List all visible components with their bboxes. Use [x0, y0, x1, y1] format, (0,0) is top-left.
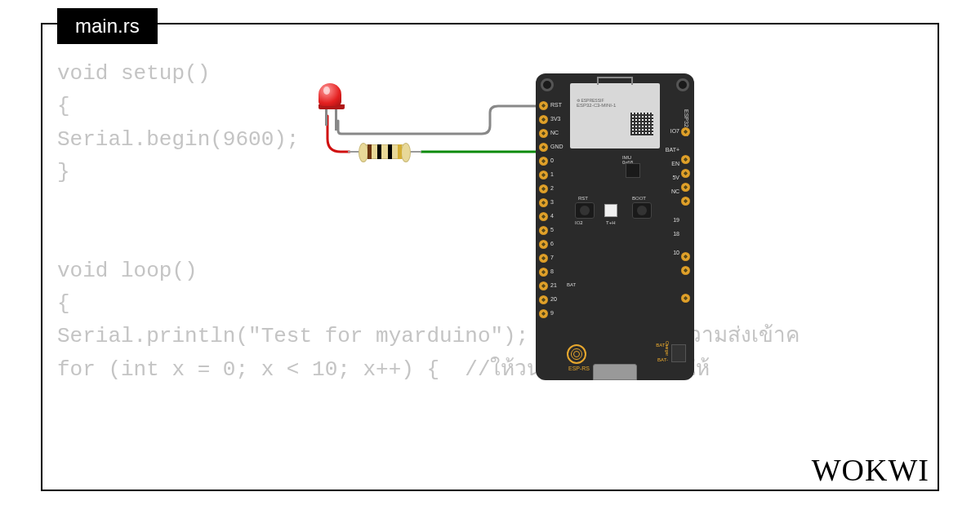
- pin-3v3[interactable]: [539, 115, 548, 124]
- resistor-band-4: [398, 144, 402, 159]
- pin-rst[interactable]: [539, 101, 548, 110]
- pins-left-column: [539, 101, 549, 318]
- filename-text: main.rs: [75, 15, 140, 37]
- pin-6[interactable]: [539, 240, 548, 249]
- pin-21[interactable]: [539, 281, 548, 290]
- mounting-hole-icon: [541, 78, 554, 91]
- bat-label: BAT: [567, 282, 576, 287]
- pin-9[interactable]: [539, 309, 548, 318]
- battery-connector-icon: [671, 344, 686, 362]
- pin-5v[interactable]: [681, 183, 690, 192]
- pin-20[interactable]: [539, 295, 548, 304]
- pin-nc-r[interactable]: [681, 197, 690, 206]
- pin-10[interactable]: [681, 294, 690, 303]
- reset-button[interactable]: [575, 202, 595, 219]
- rgb-led-icon: [604, 204, 617, 217]
- pin-labels-right: IO7 BAT+ EN 5V NC 19 18 10: [666, 126, 679, 257]
- led-bulb-icon: [318, 83, 341, 106]
- pin-18[interactable]: [681, 266, 690, 275]
- resistor-component[interactable]: [348, 144, 421, 160]
- pin-4[interactable]: [539, 212, 548, 221]
- pin-2[interactable]: [539, 184, 548, 193]
- esp32-board[interactable]: ⚙ ESPRESSIF ESP32-C3-MINI-1 ESP32-C3: [536, 73, 694, 380]
- code-line-1: void setup(): [57, 61, 210, 86]
- pin-0[interactable]: [539, 157, 548, 166]
- pin-8[interactable]: [539, 268, 548, 277]
- chip-label: ⚙ ESPRESSIF ESP32-C3-MINI-1: [577, 98, 616, 109]
- pins-right-column: [681, 127, 691, 303]
- led-cathode-leg: [335, 109, 337, 131]
- mounting-hole-icon: [676, 78, 689, 91]
- code-line-3: Serial.begin(9600);: [57, 127, 299, 152]
- pin-19[interactable]: [681, 252, 690, 261]
- usb-connector-icon: [593, 364, 637, 380]
- qr-code-icon: [630, 113, 653, 135]
- resistor-body: [361, 144, 408, 159]
- pin-batplus[interactable]: [681, 155, 690, 164]
- boot-button-label: BOOT: [632, 196, 646, 201]
- pin-1[interactable]: [539, 171, 548, 179]
- fingerprint-icon: [567, 344, 586, 364]
- resistor-band-3: [388, 144, 392, 159]
- code-line-8: {: [57, 291, 70, 316]
- pin-7[interactable]: [539, 254, 548, 263]
- imu-chip-icon: [626, 163, 640, 178]
- pin-labels-left: RST 3V3 NC GND 0 1 2 3 4 5 6 7 8 21 20 9: [550, 100, 564, 317]
- wokwi-logo: WOKWI: [812, 452, 929, 488]
- code-line-4: }: [57, 160, 70, 184]
- pin-nc[interactable]: [539, 129, 548, 138]
- gpio0-wire[interactable]: [421, 152, 544, 157]
- pin-gnd[interactable]: [539, 143, 548, 152]
- circuit-canvas[interactable]: ⚙ ESPRESSIF ESP32-C3-MINI-1 ESP32-C3: [302, 73, 694, 383]
- pin-5[interactable]: [539, 226, 548, 235]
- pin-en[interactable]: [681, 169, 690, 178]
- resistor-band-2: [377, 144, 381, 159]
- esp-rs-logo: ESP-RS: [567, 344, 591, 369]
- rst-button-label: RST: [578, 196, 588, 201]
- resistor-band-1: [368, 144, 372, 159]
- bat-minus-label: BAT-: [657, 357, 668, 362]
- bat-plus-label: BAT+: [656, 343, 668, 348]
- led-component[interactable]: [318, 83, 345, 119]
- pin-io7[interactable]: [681, 127, 690, 136]
- gnd-wire[interactable]: [338, 106, 544, 143]
- wokwi-logo-text: WOKWI: [812, 453, 929, 487]
- esp-chip: ⚙ ESPRESSIF ESP32-C3-MINI-1: [570, 83, 660, 148]
- antenna-icon: [597, 77, 633, 85]
- filename-tab[interactable]: main.rs: [57, 8, 158, 44]
- code-line-2: {: [57, 94, 70, 118]
- led-anode-leg: [325, 109, 327, 126]
- th-label: T+H: [606, 220, 616, 225]
- io2-label: IO2: [575, 220, 583, 225]
- code-line-7: void loop(): [57, 259, 198, 283]
- pin-3[interactable]: [539, 198, 548, 207]
- boot-button[interactable]: [632, 202, 652, 219]
